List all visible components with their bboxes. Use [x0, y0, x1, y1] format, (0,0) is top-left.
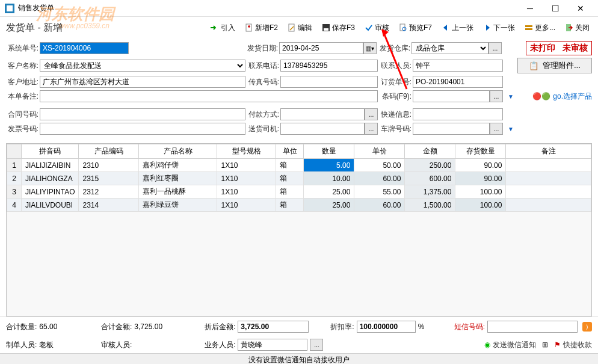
ship-wh-ellipsis[interactable]: ...: [489, 42, 502, 54]
table-row[interactable]: 3 JIALIYIPINTAO 2312 嘉利一品桃酥 1X10 箱 25.00…: [7, 185, 591, 199]
barcode-input[interactable]: [413, 90, 490, 102]
minimize-button[interactable]: ─: [517, 1, 543, 16]
cell-spec[interactable]: 1X10: [217, 199, 276, 212]
cell-spec[interactable]: 1X10: [217, 185, 276, 199]
cell-remark[interactable]: [506, 199, 591, 212]
preview-button[interactable]: 预览F7: [396, 22, 434, 34]
cell-price[interactable]: 50.00: [354, 159, 405, 172]
audit-button[interactable]: 审核: [362, 22, 392, 34]
table-row[interactable]: 1 JIALIJIZAIBIN 2310 嘉利鸡仔饼 1X10 箱 5.00 5…: [7, 159, 591, 172]
manage-attach-button[interactable]: 📋管理附件...: [517, 58, 592, 73]
plate-input[interactable]: [413, 123, 490, 135]
cell-code[interactable]: 2315: [79, 172, 139, 185]
cell-price[interactable]: 55.00: [354, 185, 405, 199]
col-price[interactable]: 单价: [354, 144, 405, 159]
calc-icon[interactable]: ⊞: [542, 341, 548, 349]
row-header[interactable]: 2: [7, 172, 22, 185]
cell-name[interactable]: 嘉利绿豆饼: [139, 199, 217, 212]
contact-input[interactable]: [413, 60, 503, 72]
cell-pinyin[interactable]: JIALIHONGZA: [22, 172, 79, 185]
col-pinyin[interactable]: 拼音码: [22, 144, 79, 159]
cell-pinyin[interactable]: JIALILVDOUBI: [22, 199, 79, 212]
discount-amt-input[interactable]: [238, 321, 309, 333]
cell-amt[interactable]: 1,375.00: [405, 185, 455, 199]
cell-name[interactable]: 嘉利一品桃酥: [139, 185, 217, 199]
pay-method-input[interactable]: [280, 108, 365, 120]
sms-input[interactable]: [487, 321, 578, 333]
grid-area[interactable]: 拼音码 产品编码 产品名称 型号规格 单位 数量 单价 金额 存货数量 备注 1…: [6, 143, 592, 316]
cell-pinyin[interactable]: JIALIYIPINTAO: [22, 185, 79, 199]
cell-amt[interactable]: 600.00: [405, 172, 455, 185]
col-stock[interactable]: 存货数量: [455, 144, 506, 159]
invoice-input[interactable]: [40, 123, 245, 135]
cell-stock[interactable]: 100.00: [455, 185, 506, 199]
express-input[interactable]: [413, 108, 503, 120]
fax-input[interactable]: [280, 76, 378, 88]
discount-rate-input[interactable]: [357, 321, 416, 333]
order-no-input[interactable]: [413, 76, 503, 88]
cell-price[interactable]: 60.00: [354, 172, 405, 185]
cell-name[interactable]: 嘉利红枣圈: [139, 172, 217, 185]
cell-stock[interactable]: 90.00: [455, 172, 506, 185]
barcode-ellipsis[interactable]: ...: [490, 90, 503, 102]
edit-button[interactable]: 编辑: [285, 22, 315, 34]
row-header[interactable]: 3: [7, 185, 22, 199]
driver-ellipsis[interactable]: ...: [365, 123, 378, 135]
cell-code[interactable]: 2310: [79, 159, 139, 172]
col-spec[interactable]: 型号规格: [217, 144, 276, 159]
remark-input[interactable]: [40, 90, 378, 102]
driver-input[interactable]: [280, 123, 365, 135]
barcode-dropdown[interactable]: ▼: [508, 93, 514, 100]
cell-code[interactable]: 2314: [79, 199, 139, 212]
cust-name-select[interactable]: 全峰食品批发配送: [40, 60, 245, 72]
table-row[interactable]: 2 JIALIHONGZA 2315 嘉利红枣圈 1X10 箱 10.00 60…: [7, 172, 591, 185]
sys-no-input[interactable]: [40, 42, 129, 54]
save-button[interactable]: 保存F3: [319, 22, 357, 34]
col-name[interactable]: 产品名称: [139, 144, 217, 159]
cell-price[interactable]: 60.00: [354, 199, 405, 212]
col-qty[interactable]: 数量: [304, 144, 354, 159]
rss-icon[interactable]: ⟩: [582, 322, 592, 332]
prev-button[interactable]: 上一张: [439, 22, 476, 34]
cell-pinyin[interactable]: JIALIJIZAIBIN: [22, 159, 79, 172]
plate-dropdown[interactable]: ▼: [508, 126, 514, 132]
cell-remark[interactable]: [506, 172, 591, 185]
new-button[interactable]: 新增F2: [242, 22, 280, 34]
cell-unit[interactable]: 箱: [276, 172, 304, 185]
next-button[interactable]: 下一张: [481, 22, 517, 34]
pay-method-ellipsis[interactable]: ...: [365, 108, 378, 120]
cell-unit[interactable]: 箱: [276, 185, 304, 199]
cell-unit[interactable]: 箱: [276, 159, 304, 172]
close-button[interactable]: 关闭: [563, 22, 592, 34]
ship-wh-select[interactable]: 成品仓库: [412, 42, 489, 54]
phone-input[interactable]: [280, 60, 378, 72]
cell-qty[interactable]: 10.00: [304, 172, 354, 185]
cell-stock[interactable]: 90.00: [455, 159, 506, 172]
date-picker-button[interactable]: ▥▾: [363, 42, 377, 54]
plate-ellipsis[interactable]: ...: [490, 123, 503, 135]
cell-unit[interactable]: 箱: [276, 199, 304, 212]
row-header[interactable]: 1: [7, 159, 22, 172]
cell-remark[interactable]: [506, 185, 591, 199]
contract-input[interactable]: [40, 108, 245, 120]
biz-ellipsis[interactable]: ...: [310, 339, 323, 351]
cell-qty[interactable]: 25.00: [304, 185, 354, 199]
cell-amt[interactable]: 250.00: [405, 159, 455, 172]
cell-stock[interactable]: 100.00: [455, 199, 506, 212]
cell-code[interactable]: 2312: [79, 185, 139, 199]
maximize-button[interactable]: ☐: [543, 1, 568, 16]
cell-remark[interactable]: [506, 159, 591, 172]
cell-name[interactable]: 嘉利鸡仔饼: [139, 159, 217, 172]
wechat-button[interactable]: ◉发送微信通知: [484, 340, 536, 350]
table-row[interactable]: 4 JIALILVDOUBI 2314 嘉利绿豆饼 1X10 箱 25.00 6…: [7, 199, 591, 212]
quick-collect-button[interactable]: ⚑快捷收款: [554, 340, 592, 350]
cell-qty[interactable]: 25.00: [304, 199, 354, 212]
col-remark[interactable]: 备注: [506, 144, 591, 159]
biz-input[interactable]: [238, 339, 307, 351]
ship-date-input[interactable]: [279, 42, 363, 54]
row-header[interactable]: 4: [7, 199, 22, 212]
col-amt[interactable]: 金额: [405, 144, 455, 159]
select-product-link[interactable]: 🔴🟢go.选择产品: [532, 91, 592, 102]
more-button[interactable]: 更多...: [522, 22, 558, 34]
cell-spec[interactable]: 1X10: [217, 172, 276, 185]
